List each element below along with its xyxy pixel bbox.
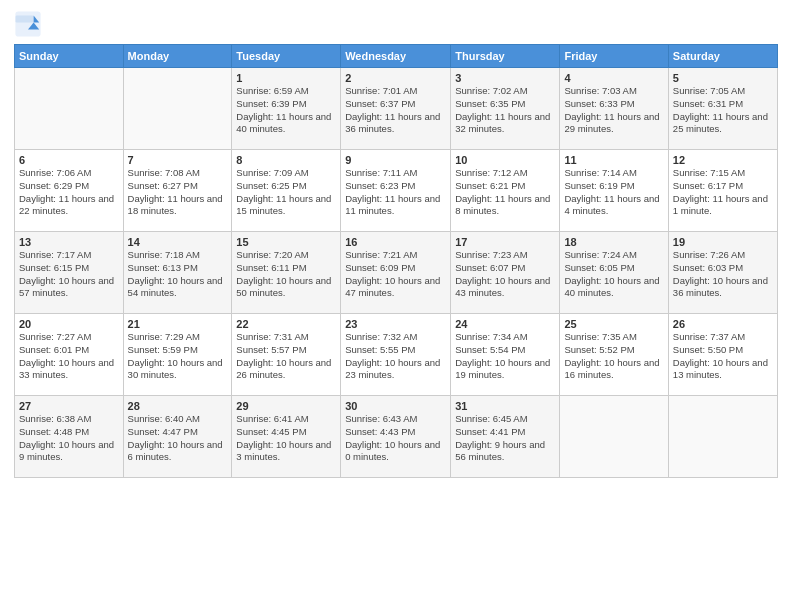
weekday-header-sunday: Sunday [15,45,124,68]
calendar-cell: 13Sunrise: 7:17 AM Sunset: 6:15 PM Dayli… [15,232,124,314]
calendar-cell [668,396,777,478]
day-number: 15 [236,236,336,248]
weekday-header-saturday: Saturday [668,45,777,68]
day-number: 18 [564,236,663,248]
calendar-cell: 9Sunrise: 7:11 AM Sunset: 6:23 PM Daylig… [341,150,451,232]
calendar-cell: 16Sunrise: 7:21 AM Sunset: 6:09 PM Dayli… [341,232,451,314]
day-number: 3 [455,72,555,84]
calendar-cell: 15Sunrise: 7:20 AM Sunset: 6:11 PM Dayli… [232,232,341,314]
calendar-cell: 26Sunrise: 7:37 AM Sunset: 5:50 PM Dayli… [668,314,777,396]
page: SundayMondayTuesdayWednesdayThursdayFrid… [0,0,792,612]
day-number: 10 [455,154,555,166]
day-number: 6 [19,154,119,166]
calendar-table: SundayMondayTuesdayWednesdayThursdayFrid… [14,44,778,478]
day-number: 29 [236,400,336,412]
day-number: 19 [673,236,773,248]
day-number: 21 [128,318,228,330]
day-info: Sunrise: 7:23 AM Sunset: 6:07 PM Dayligh… [455,249,555,300]
day-number: 14 [128,236,228,248]
day-number: 12 [673,154,773,166]
day-info: Sunrise: 7:17 AM Sunset: 6:15 PM Dayligh… [19,249,119,300]
day-info: Sunrise: 7:35 AM Sunset: 5:52 PM Dayligh… [564,331,663,382]
day-info: Sunrise: 7:14 AM Sunset: 6:19 PM Dayligh… [564,167,663,218]
day-info: Sunrise: 6:38 AM Sunset: 4:48 PM Dayligh… [19,413,119,464]
calendar-cell: 23Sunrise: 7:32 AM Sunset: 5:55 PM Dayli… [341,314,451,396]
day-info: Sunrise: 7:09 AM Sunset: 6:25 PM Dayligh… [236,167,336,218]
weekday-header-friday: Friday [560,45,668,68]
day-info: Sunrise: 7:31 AM Sunset: 5:57 PM Dayligh… [236,331,336,382]
day-info: Sunrise: 7:26 AM Sunset: 6:03 PM Dayligh… [673,249,773,300]
calendar-cell: 30Sunrise: 6:43 AM Sunset: 4:43 PM Dayli… [341,396,451,478]
day-info: Sunrise: 6:43 AM Sunset: 4:43 PM Dayligh… [345,413,446,464]
calendar-cell: 3Sunrise: 7:02 AM Sunset: 6:35 PM Daylig… [451,68,560,150]
calendar-cell: 5Sunrise: 7:05 AM Sunset: 6:31 PM Daylig… [668,68,777,150]
weekday-header-wednesday: Wednesday [341,45,451,68]
calendar-cell: 25Sunrise: 7:35 AM Sunset: 5:52 PM Dayli… [560,314,668,396]
day-info: Sunrise: 7:08 AM Sunset: 6:27 PM Dayligh… [128,167,228,218]
day-info: Sunrise: 7:15 AM Sunset: 6:17 PM Dayligh… [673,167,773,218]
day-number: 11 [564,154,663,166]
day-info: Sunrise: 7:12 AM Sunset: 6:21 PM Dayligh… [455,167,555,218]
calendar-cell [15,68,124,150]
svg-rect-3 [15,16,33,23]
calendar-cell: 29Sunrise: 6:41 AM Sunset: 4:45 PM Dayli… [232,396,341,478]
day-info: Sunrise: 7:05 AM Sunset: 6:31 PM Dayligh… [673,85,773,136]
calendar-cell [123,68,232,150]
week-row-2: 6Sunrise: 7:06 AM Sunset: 6:29 PM Daylig… [15,150,778,232]
calendar-cell: 6Sunrise: 7:06 AM Sunset: 6:29 PM Daylig… [15,150,124,232]
calendar-cell: 20Sunrise: 7:27 AM Sunset: 6:01 PM Dayli… [15,314,124,396]
day-number: 25 [564,318,663,330]
week-row-3: 13Sunrise: 7:17 AM Sunset: 6:15 PM Dayli… [15,232,778,314]
calendar-cell: 24Sunrise: 7:34 AM Sunset: 5:54 PM Dayli… [451,314,560,396]
calendar-cell: 8Sunrise: 7:09 AM Sunset: 6:25 PM Daylig… [232,150,341,232]
day-number: 5 [673,72,773,84]
weekday-header-row: SundayMondayTuesdayWednesdayThursdayFrid… [15,45,778,68]
day-info: Sunrise: 7:29 AM Sunset: 5:59 PM Dayligh… [128,331,228,382]
day-number: 16 [345,236,446,248]
day-info: Sunrise: 6:41 AM Sunset: 4:45 PM Dayligh… [236,413,336,464]
day-number: 13 [19,236,119,248]
calendar-cell: 7Sunrise: 7:08 AM Sunset: 6:27 PM Daylig… [123,150,232,232]
day-info: Sunrise: 7:11 AM Sunset: 6:23 PM Dayligh… [345,167,446,218]
logo [14,10,44,38]
calendar-cell: 31Sunrise: 6:45 AM Sunset: 4:41 PM Dayli… [451,396,560,478]
weekday-header-thursday: Thursday [451,45,560,68]
calendar-cell: 22Sunrise: 7:31 AM Sunset: 5:57 PM Dayli… [232,314,341,396]
day-info: Sunrise: 6:59 AM Sunset: 6:39 PM Dayligh… [236,85,336,136]
week-row-5: 27Sunrise: 6:38 AM Sunset: 4:48 PM Dayli… [15,396,778,478]
day-number: 2 [345,72,446,84]
calendar-cell: 2Sunrise: 7:01 AM Sunset: 6:37 PM Daylig… [341,68,451,150]
day-number: 20 [19,318,119,330]
day-number: 27 [19,400,119,412]
day-info: Sunrise: 7:18 AM Sunset: 6:13 PM Dayligh… [128,249,228,300]
calendar-cell: 14Sunrise: 7:18 AM Sunset: 6:13 PM Dayli… [123,232,232,314]
day-info: Sunrise: 7:06 AM Sunset: 6:29 PM Dayligh… [19,167,119,218]
calendar-cell: 1Sunrise: 6:59 AM Sunset: 6:39 PM Daylig… [232,68,341,150]
weekday-header-monday: Monday [123,45,232,68]
svg-rect-0 [15,11,40,36]
day-info: Sunrise: 7:02 AM Sunset: 6:35 PM Dayligh… [455,85,555,136]
day-number: 31 [455,400,555,412]
day-info: Sunrise: 6:40 AM Sunset: 4:47 PM Dayligh… [128,413,228,464]
day-number: 1 [236,72,336,84]
day-info: Sunrise: 7:03 AM Sunset: 6:33 PM Dayligh… [564,85,663,136]
day-info: Sunrise: 7:34 AM Sunset: 5:54 PM Dayligh… [455,331,555,382]
day-info: Sunrise: 7:21 AM Sunset: 6:09 PM Dayligh… [345,249,446,300]
day-info: Sunrise: 7:27 AM Sunset: 6:01 PM Dayligh… [19,331,119,382]
day-info: Sunrise: 7:37 AM Sunset: 5:50 PM Dayligh… [673,331,773,382]
day-info: Sunrise: 7:20 AM Sunset: 6:11 PM Dayligh… [236,249,336,300]
day-number: 17 [455,236,555,248]
week-row-1: 1Sunrise: 6:59 AM Sunset: 6:39 PM Daylig… [15,68,778,150]
day-number: 24 [455,318,555,330]
calendar-cell: 28Sunrise: 6:40 AM Sunset: 4:47 PM Dayli… [123,396,232,478]
day-number: 26 [673,318,773,330]
calendar-cell: 19Sunrise: 7:26 AM Sunset: 6:03 PM Dayli… [668,232,777,314]
calendar-cell: 17Sunrise: 7:23 AM Sunset: 6:07 PM Dayli… [451,232,560,314]
calendar-cell: 10Sunrise: 7:12 AM Sunset: 6:21 PM Dayli… [451,150,560,232]
day-info: Sunrise: 7:01 AM Sunset: 6:37 PM Dayligh… [345,85,446,136]
day-number: 30 [345,400,446,412]
header [14,10,778,38]
calendar-cell: 4Sunrise: 7:03 AM Sunset: 6:33 PM Daylig… [560,68,668,150]
day-info: Sunrise: 7:32 AM Sunset: 5:55 PM Dayligh… [345,331,446,382]
day-number: 4 [564,72,663,84]
